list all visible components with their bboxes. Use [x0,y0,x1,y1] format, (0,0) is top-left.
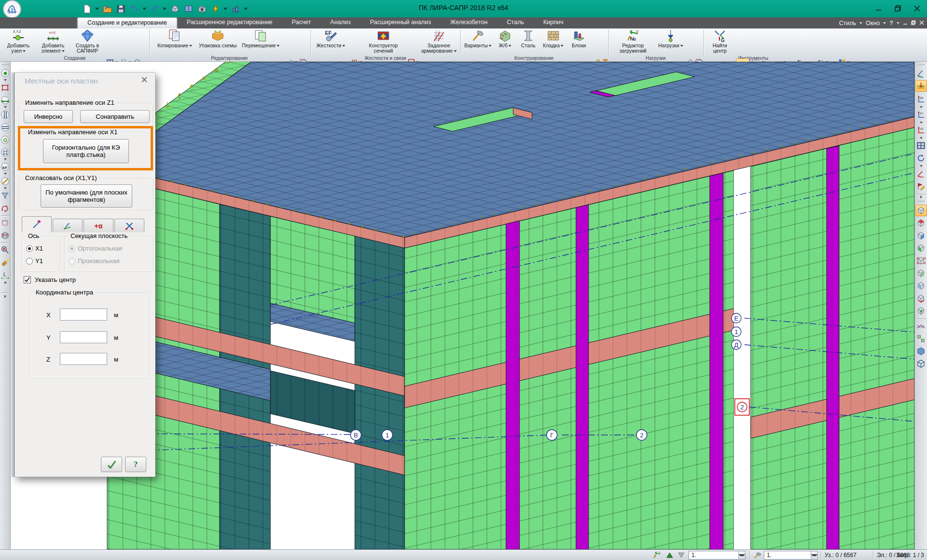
caret[interactable] [4,187,7,189]
help-caret[interactable] [897,22,899,24]
x-coord-input[interactable] [60,308,107,321]
toolbar-expander[interactable] [920,196,922,198]
variant-combo[interactable]: 1. [764,551,818,560]
y1-radio[interactable] [26,258,33,265]
tab-direction-axes[interactable] [53,219,83,232]
tab-create-edit[interactable]: Создание и редактирование [77,17,177,28]
tab-reinforced-concrete[interactable]: Железобетон [440,17,497,28]
caret[interactable] [4,79,7,81]
toolbar-grip[interactable] [918,201,925,202]
tab-brick[interactable]: Кирпич [534,17,573,28]
move-button[interactable]: Перемещение [239,29,282,56]
axes-isometric-icon[interactable] [916,69,926,78]
fragment-top-icon[interactable] [916,218,926,227]
toolbar-expander[interactable] [4,295,6,298]
projection-icon[interactable] [916,141,926,150]
style-caret[interactable] [859,22,862,24]
cancel-zoom-icon[interactable] [0,245,10,254]
dialog-dock-grip[interactable] [11,72,14,477]
z-coord-input[interactable] [60,353,107,365]
loadcase-combo[interactable]: 1. [688,551,745,560]
clip-plane-icon[interactable] [916,322,926,331]
section-constructor-button[interactable]: Конструктор сечений [361,29,406,56]
select-target-icon[interactable] [0,135,10,144]
add-element-button[interactable]: n>1 Добавить элемент [36,29,70,56]
tab-direction-point[interactable] [22,216,52,232]
caret[interactable] [920,165,923,167]
add-node-button[interactable]: X,Y,Z Добавить узел [3,29,34,56]
tab-advanced-edit[interactable]: Расширенное редактирование [177,17,282,28]
flashlight-icon[interactable] [0,258,10,267]
toolbar-grip[interactable] [2,64,9,65]
pack-scheme-button[interactable]: Упаковка схемы [198,29,238,56]
restore-button[interactable] [891,2,904,14]
flag-edit-icon[interactable] [916,182,926,191]
help-button[interactable]: ? [125,457,146,472]
tab-analysis-run[interactable]: Расчет [282,17,321,28]
select-line-icon[interactable] [0,96,10,105]
dimension-L-icon[interactable]: L [0,270,10,280]
fragment-green-icon[interactable] [916,268,926,278]
masonry-button[interactable]: Кладка [541,29,566,56]
fragment-bottom-icon[interactable] [916,294,926,303]
tab-cut[interactable] [114,219,144,232]
select-slope-icon[interactable] [0,177,10,186]
fragment-side-icon[interactable] [916,243,926,252]
combo-caret[interactable] [811,551,817,559]
select-elements-icon[interactable] [0,83,10,92]
tab-analysis[interactable]: Анализ [321,17,360,28]
caret[interactable] [920,122,923,124]
fragment-corners-icon[interactable] [916,256,926,265]
select-contour-icon[interactable] [0,204,10,213]
find-center-button[interactable]: G Найти центр [707,29,733,56]
hide-selection-icon[interactable] [0,218,10,227]
select-grid-icon[interactable] [0,148,10,157]
window-caret[interactable] [883,22,886,24]
caret[interactable] [4,158,7,160]
rc-button[interactable]: Ж/б [494,29,516,56]
filter-icon[interactable] [0,191,10,200]
loadcase-editor-button[interactable]: № Редактор загружений [611,29,655,56]
caret[interactable] [4,282,7,284]
select-horizontal-icon[interactable] [0,123,10,132]
default-align-button[interactable]: По умолчанию (для плоских фрагментов) [41,184,132,208]
blocks-button[interactable]: Блоки [567,29,591,56]
orthogonal-radio[interactable] [69,245,75,252]
select-nodes-icon[interactable] [0,69,10,78]
tab-steel[interactable]: Сталь [497,17,534,28]
frame-view-icon[interactable] [0,231,10,240]
menu-help[interactable]: ? [889,20,893,27]
isometric-view-icon[interactable] [916,81,926,90]
view-xz-icon[interactable]: XZ [916,95,926,104]
rotate-model-icon[interactable] [916,154,926,163]
codirect-button[interactable]: Сонаправить [80,110,150,123]
variants-button[interactable]: Варианты [463,29,493,56]
render-mode-icon[interactable] [916,347,926,356]
minimize-button[interactable] [872,2,885,14]
set-center-checkbox[interactable] [24,276,31,283]
loadcase-edit-icon[interactable] [652,551,662,560]
toolbar-grip[interactable] [918,64,925,65]
fragment-front-icon[interactable] [916,231,926,240]
loads-button[interactable]: Нагрузки [657,29,685,56]
x1-radio[interactable] [26,245,33,252]
show-all-cube-icon[interactable] [916,206,926,215]
combo-caret[interactable] [738,551,745,559]
y-coord-input[interactable] [60,331,107,343]
arbitrary-radio[interactable] [69,258,75,265]
copy-button[interactable]: Копирование [154,29,196,56]
menu-style[interactable]: Стиль [839,20,857,27]
apply-button[interactable] [101,457,122,472]
shrink-elements-icon[interactable] [916,334,926,343]
inverse-button[interactable]: Инверсно [24,110,73,123]
select-stiffness-icon[interactable]: EF [0,162,10,171]
dialog-close-icon[interactable] [140,76,150,85]
caret[interactable] [4,106,7,108]
prev-loadcase-icon[interactable] [664,551,675,560]
menu-window[interactable]: Окно [866,20,880,27]
horizontal-button[interactable]: Горизонтально (для КЭ платф.стыка) [43,139,129,163]
fragment-axes-icon[interactable] [916,306,926,315]
create-in-sapfir-button[interactable]: Создать в САПФИР [71,29,103,56]
caret[interactable] [920,106,923,108]
view-yz-icon[interactable]: YZ [916,126,926,135]
